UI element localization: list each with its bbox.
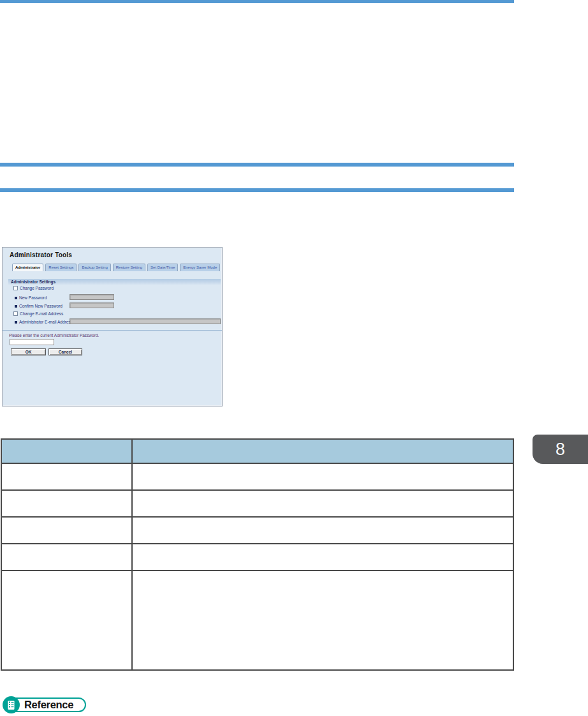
admin-email-label: Administrator E-mail Address [19,320,73,324]
bullet-icon [15,305,17,308]
panel-divider [3,330,222,331]
top-rule-bar [0,0,514,3]
table-cell [1,463,132,490]
reference-badge: Reference [3,696,92,714]
table-row [1,571,513,670]
tab-backup-setting[interactable]: Backup Setting [78,264,110,271]
confirm-new-password-input[interactable] [70,302,114,308]
chapter-number: 8 [555,441,565,458]
table-cell [132,571,513,670]
tab-reset-settings[interactable]: Reset Settings [45,264,77,271]
tab-restore-setting[interactable]: Restore Setting [113,264,145,271]
section-rule-bar-2 [0,188,514,192]
table-row [1,463,513,490]
table-cell [1,544,132,571]
admin-tools-screenshot: Administrator Tools Administrator Reset … [2,247,223,406]
administrator-settings-header: Administrator Settings [8,279,221,285]
cancel-button[interactable]: Cancel [48,348,82,355]
new-password-row: New Password [15,295,47,300]
manual-page: Administrator Tools Administrator Reset … [0,0,588,716]
chapter-tab: 8 [533,435,588,464]
table-cell [132,544,513,571]
tab-administrator[interactable]: Administrator [12,264,43,271]
admin-tools-title: Administrator Tools [10,251,72,258]
new-password-label: New Password [19,295,47,300]
bullet-icon [15,297,17,299]
current-password-input[interactable] [10,339,54,345]
table-row [1,544,513,571]
table-cell [1,490,132,517]
confirm-new-password-row: Confirm New Password [15,304,62,308]
settings-reference-table [1,438,514,671]
table-row [1,490,513,517]
section-rule-bar-1 [0,163,514,167]
new-password-input[interactable] [70,294,114,300]
admin-email-input[interactable] [70,318,221,324]
bullet-icon [15,321,17,324]
admin-email-row: Administrator E-mail Address [15,320,73,324]
table-cell [132,517,513,544]
table-header-row [1,439,513,463]
change-email-label: Change E-mail Address [20,311,63,316]
table-cell [132,463,513,490]
change-password-row: Change Password [13,286,54,290]
tab-set-date-time[interactable]: Set Date/Time [147,264,178,271]
table-row [1,517,513,544]
book-icon [3,696,20,713]
change-email-checkbox[interactable] [13,311,18,316]
change-password-checkbox[interactable] [13,286,18,290]
current-password-prompt: Please enter the current Administrator P… [9,333,99,338]
table-cell [1,571,132,670]
tab-energy-saver-mode[interactable]: Energy Saver Mode [180,264,220,271]
table-cell [1,517,132,544]
table-header-cell [1,439,132,463]
confirm-new-password-label: Confirm New Password [19,304,62,308]
table-header-cell [132,439,513,463]
ok-button[interactable]: OK [11,348,46,355]
change-password-label: Change Password [20,286,54,290]
admin-tools-tab-bar: Administrator Reset Settings Backup Sett… [12,264,220,271]
table-cell [132,490,513,517]
change-email-row: Change E-mail Address [13,311,63,316]
reference-label: Reference [24,699,73,711]
